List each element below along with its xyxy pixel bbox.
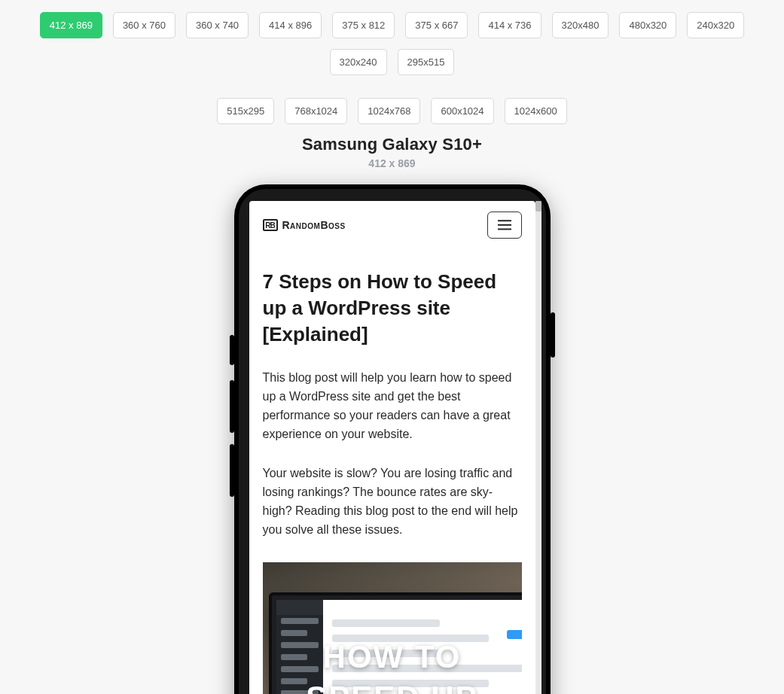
post-paragraph-2: Your website is slow? You are losing tra… — [263, 464, 522, 539]
hero-overlay-text: HOW TO SPEED UP WORDPRESS — [263, 637, 522, 694]
resolution-button[interactable]: 360 x 740 — [186, 12, 249, 38]
post-title: 7 Steps on How to Speed up a WordPress s… — [263, 269, 522, 348]
svg-rect-1 — [498, 224, 511, 226]
hero-overlay-text-wrap: HOW TO SPEED UP WORDPRESS — [263, 562, 522, 694]
phone-screen: RB RandomBoss 7 Steps on How to Speed up… — [249, 201, 535, 694]
phone-preview: RB RandomBoss 7 Steps on How to Speed up… — [234, 184, 551, 694]
phone-side-button-left-1 — [230, 335, 234, 365]
resolution-button[interactable]: 360 x 760 — [113, 12, 175, 38]
svg-rect-2 — [498, 229, 511, 230]
resolution-button[interactable]: 600x1024 — [431, 98, 493, 124]
preview-scrollbar[interactable] — [535, 201, 541, 694]
device-dimensions: 412 x 869 — [0, 157, 784, 169]
resolution-button[interactable]: 515x295 — [217, 98, 274, 124]
site-logo[interactable]: RB RandomBoss — [263, 219, 346, 231]
site-viewport: RB RandomBoss 7 Steps on How to Speed up… — [249, 201, 535, 694]
resolution-button[interactable]: 414 x 736 — [478, 12, 541, 38]
resolution-bar-row2: 515x295768x10241024x768600x10241024x600 — [0, 86, 784, 124]
device-name: Samsung Galaxy S10+ — [0, 135, 784, 154]
logo-mark: RB — [263, 219, 278, 231]
device-heading: Samsung Galaxy S10+ 412 x 869 — [0, 135, 784, 169]
svg-rect-0 — [498, 220, 511, 221]
resolution-button[interactable]: 480x320 — [619, 12, 676, 38]
phone-side-button-right — [551, 312, 555, 358]
phone-side-button-left-2 — [230, 380, 234, 433]
post-paragraph-1: This blog post will help you learn how t… — [263, 369, 522, 443]
resolution-button[interactable]: 768x1024 — [285, 98, 347, 124]
phone-frame: RB RandomBoss 7 Steps on How to Speed up… — [234, 184, 551, 694]
resolution-button[interactable]: 320x480 — [552, 12, 609, 38]
resolution-button[interactable]: 295x515 — [398, 49, 455, 75]
resolution-bar-row1: 412 x 869360 x 760360 x 740414 x 896375 … — [0, 0, 784, 75]
resolution-button[interactable]: 1024x600 — [505, 98, 567, 124]
resolution-button[interactable]: 414 x 896 — [259, 12, 322, 38]
resolution-button[interactable]: 375 x 812 — [332, 12, 395, 38]
site-header: RB RandomBoss — [263, 212, 522, 239]
phone-side-button-left-3 — [230, 444, 234, 497]
resolution-button[interactable]: 375 x 667 — [405, 12, 468, 38]
post-body: This blog post will help you learn how t… — [263, 369, 522, 539]
preview-scrollbar-thumb[interactable] — [535, 201, 541, 212]
resolution-button[interactable]: 240x320 — [687, 12, 744, 38]
menu-button[interactable] — [487, 212, 522, 239]
logo-text: RandomBoss — [282, 219, 346, 231]
hero-image: HOW TO SPEED UP WORDPRESS — [263, 562, 522, 694]
resolution-button[interactable]: 1024x768 — [358, 98, 420, 124]
resolution-button[interactable]: 320x240 — [330, 49, 387, 75]
resolution-button[interactable]: 412 x 869 — [40, 12, 102, 38]
hamburger-icon — [498, 220, 511, 230]
